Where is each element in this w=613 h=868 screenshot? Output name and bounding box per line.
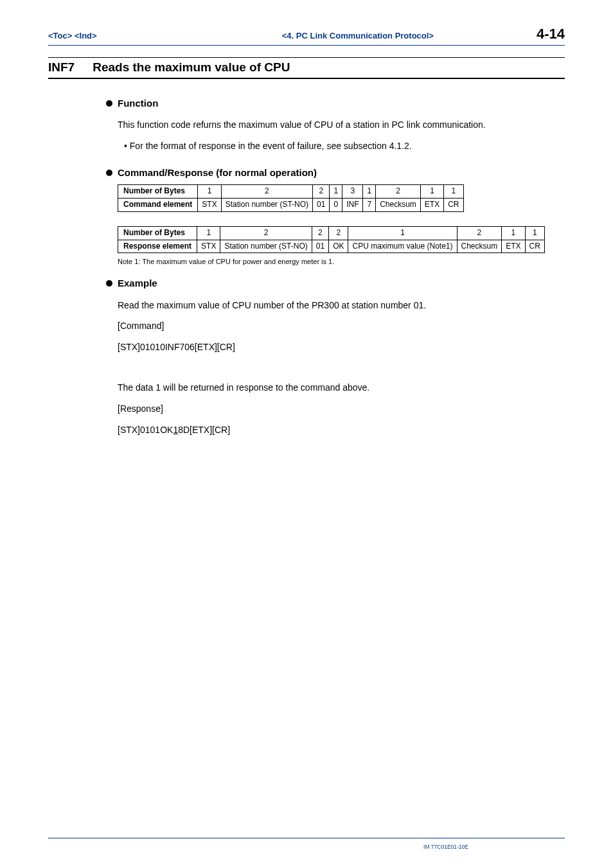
table-row: Response element STX Station number (ST-… [118,240,545,253]
bullet-icon [106,170,112,176]
doc-id: IM 77C01E01-10E [48,844,468,850]
cell: 1 [330,185,342,199]
cell: ETX [420,199,443,212]
cell: 1 [348,226,457,240]
command-text: [STX]01010INF706[ETX][CR] [118,341,565,353]
row-label: Response element [118,240,197,253]
cell: 3 [342,185,363,199]
toc-link[interactable]: <Toc> [48,31,72,40]
cell: 2 [313,185,330,199]
function-heading: Function [118,97,565,110]
resp-pre: [STX]0101OK [118,425,173,435]
example-heading: Example [118,277,565,290]
resp-post: 8D[ETX][CR] [178,425,230,435]
example-line1: Read the maximum value of CPU number of … [118,299,565,312]
cell: 1 [420,185,443,199]
chapter-link[interactable]: <4. PC Link Communication Protocol> [282,31,434,40]
cell: 2 [220,226,312,240]
cell: Checksum [457,240,502,253]
cell: 2 [312,226,328,240]
cell: 1 [363,185,376,199]
cell: Station number (ST-NO) [220,240,312,253]
cell: CR [444,199,463,212]
row-label: Number of Bytes [118,226,197,240]
cell: CR [525,240,544,253]
cell: OK [329,240,348,253]
section-title: Reads the maximum value of CPU [93,60,290,75]
cell: Checksum [376,199,421,212]
section-heading: INF7 Reads the maximum value of CPU [48,57,565,79]
cell: STX [197,240,220,253]
response-table: Number of Bytes 1 2 2 2 1 2 1 1 Response… [118,226,545,254]
cell: 1 [198,185,221,199]
table-row: Number of Bytes 1 2 2 1 3 1 2 1 1 [118,185,464,199]
cell: ETX [502,240,525,253]
cell: 2 [329,226,348,240]
cell: 1 [525,226,544,240]
cmdresp-heading-text: Command/Response (for normal operation) [118,166,317,179]
cell: 1 [444,185,463,199]
table-row: Number of Bytes 1 2 2 2 1 2 1 1 [118,226,545,240]
cell: 2 [376,185,421,199]
note-1: Note 1: The maximum value of CPU for pow… [118,257,565,267]
page-number: 4-14 [537,26,565,42]
page-header: <Toc> <Ind> <4. PC Link Communication Pr… [48,26,565,42]
bullet-icon [106,100,112,107]
cell: 01 [312,240,328,253]
cell: STX [198,199,221,212]
footer-rule [48,838,565,838]
table-row: Command element STX Station number (ST-N… [118,199,464,212]
cell: Station number (ST-NO) [221,199,312,212]
cell: INF [342,199,363,212]
cell: 01 [313,199,330,212]
cell: 1 [197,226,220,240]
cell: CPU maximum value (Note1) [348,240,457,253]
header-rule [48,45,565,46]
cell: 2 [221,185,312,199]
response-intro: The data 1 will be returned in response … [118,382,565,394]
command-table: Number of Bytes 1 2 2 1 3 1 2 1 1 Comman… [118,184,464,212]
row-label: Command element [118,199,198,212]
cell: 1 [502,226,525,240]
response-text: [STX]0101OK18D[ETX][CR] [118,424,565,436]
page-footer: IM 77C01E01-10E [48,833,565,850]
function-description: This function code refurns the maximum v… [118,119,565,131]
command-label: [Command] [118,320,565,332]
example-heading-text: Example [118,277,157,290]
function-heading-text: Function [118,97,158,110]
function-bullet: • For the format of response in the even… [133,140,565,152]
content-area: Function This function code refurns the … [118,97,565,436]
row-label: Number of Bytes [118,185,198,199]
cell: 0 [330,199,342,212]
cell: 7 [363,199,376,212]
response-label: [Response] [118,403,565,415]
cmdresp-heading: Command/Response (for normal operation) [118,166,565,179]
nav-links[interactable]: <Toc> <Ind> [48,31,97,40]
ind-link[interactable]: <Ind> [75,31,97,40]
section-code: INF7 [48,60,75,75]
cell: 2 [457,226,502,240]
bullet-icon [106,280,112,287]
